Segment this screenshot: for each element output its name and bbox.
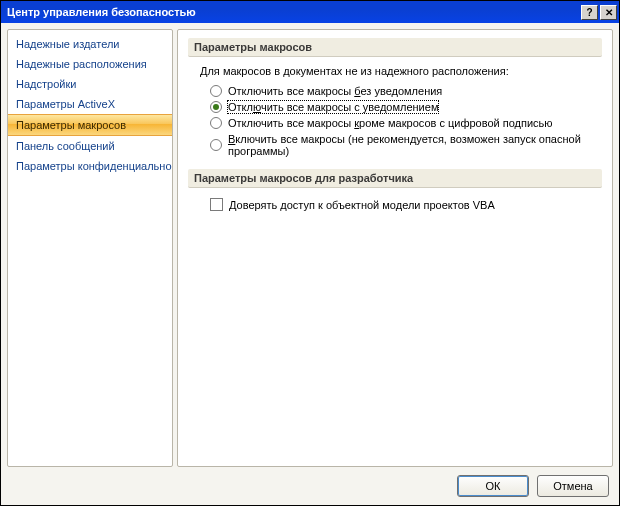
sidebar-item-trusted-locations[interactable]: Надежные расположения — [8, 54, 172, 74]
radio-disable-with-notify[interactable]: Отключить все макросы с уведомлением — [210, 99, 596, 115]
section-body-macros: Для макросов в документах не из надежног… — [188, 65, 602, 169]
sidebar-item-label: Параметры макросов — [16, 119, 126, 131]
sidebar-item-label: Надежные издатели — [16, 38, 119, 50]
sidebar-item-label: Панель сообщений — [16, 140, 115, 152]
sidebar-item-label: Надстройки — [16, 78, 76, 90]
trust-center-window: Центр управления безопасностью ? ✕ Надеж… — [0, 0, 620, 506]
radio-disable-except-signed[interactable]: Отключить все макросы кроме макросов с ц… — [210, 115, 596, 131]
sidebar-item-addins[interactable]: Надстройки — [8, 74, 172, 94]
content-area: Надежные издатели Надежные расположения … — [1, 23, 619, 505]
section-header-macros: Параметры макросов — [188, 38, 602, 57]
sidebar-item-activex[interactable]: Параметры ActiveX — [8, 94, 172, 114]
sidebar-item-macros[interactable]: Параметры макросов — [8, 114, 172, 136]
checkbox-trust-vba[interactable]: Доверять доступ к объектной модели проек… — [210, 196, 596, 213]
section-body-developer: Доверять доступ к объектной модели проек… — [188, 196, 602, 223]
sidebar: Надежные издатели Надежные расположения … — [7, 29, 173, 467]
radio-label: Включить все макросы (не рекомендуется, … — [228, 133, 596, 157]
radio-enable-all[interactable]: Включить все макросы (не рекомендуется, … — [210, 131, 596, 159]
window-title: Центр управления безопасностью — [7, 6, 581, 18]
sidebar-item-trusted-publishers[interactable]: Надежные издатели — [8, 34, 172, 54]
sidebar-item-label: Параметры конфиденциальности — [16, 160, 173, 172]
close-button[interactable]: ✕ — [600, 5, 617, 20]
help-button[interactable]: ? — [581, 5, 598, 20]
macros-intro-text: Для макросов в документах не из надежног… — [200, 65, 596, 77]
radio-icon — [210, 139, 222, 151]
main-row: Надежные издатели Надежные расположения … — [7, 29, 613, 467]
ok-button[interactable]: ОК — [457, 475, 529, 497]
radio-icon — [210, 117, 222, 129]
section-header-developer: Параметры макросов для разработчика — [188, 169, 602, 188]
radio-label: Отключить все макросы с уведомлением — [228, 101, 438, 113]
checkbox-label: Доверять доступ к объектной модели проек… — [229, 199, 495, 211]
radio-disable-no-notify[interactable]: Отключить все макросы без уведомления — [210, 83, 596, 99]
sidebar-item-label: Параметры ActiveX — [16, 98, 115, 110]
radio-label: Отключить все макросы кроме макросов с ц… — [228, 117, 553, 129]
sidebar-item-message-bar[interactable]: Панель сообщений — [8, 136, 172, 156]
titlebar: Центр управления безопасностью ? ✕ — [1, 1, 619, 23]
radio-label: Отключить все макросы без уведомления — [228, 85, 442, 97]
cancel-button[interactable]: Отмена — [537, 475, 609, 497]
sidebar-item-privacy[interactable]: Параметры конфиденциальности — [8, 156, 172, 176]
sidebar-item-label: Надежные расположения — [16, 58, 147, 70]
titlebar-buttons: ? ✕ — [581, 5, 617, 20]
checkbox-icon — [210, 198, 223, 211]
button-row: ОК Отмена — [7, 467, 613, 499]
radio-icon — [210, 101, 222, 113]
radio-icon — [210, 85, 222, 97]
main-panel: Параметры макросов Для макросов в докуме… — [177, 29, 613, 467]
